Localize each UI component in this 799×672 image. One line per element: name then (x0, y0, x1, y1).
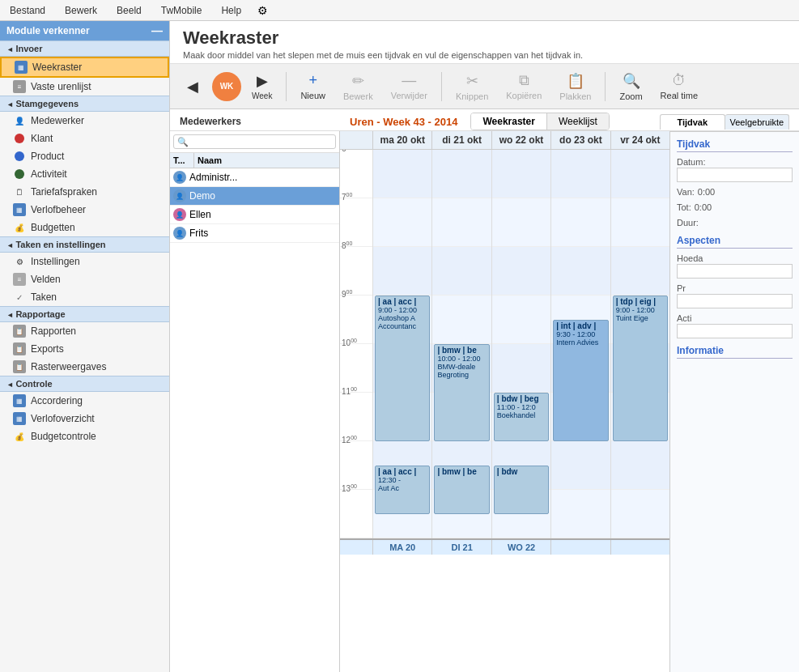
sidebar-item-exports[interactable]: 📋 Exports (0, 340, 169, 358)
event-day3-0[interactable]: | int | adv | 9:30 - 12:00 Intern Advies (553, 320, 608, 441)
verlofoverzicht-icon: ▦ (13, 412, 26, 425)
hoeda-value[interactable] (677, 264, 793, 279)
sidebar-item-product[interactable]: Product (0, 147, 169, 165)
tijdvak-header: Tijdvak (677, 138, 793, 152)
sidebar-group-header-rapportage[interactable]: Rapportage (0, 306, 169, 322)
sidebar-item-medewerker[interactable]: 👤 Medewerker (0, 112, 169, 130)
pr-field: Pr (677, 283, 793, 308)
staff-row-0[interactable]: 👤 Administr... (170, 168, 339, 187)
day-col-0[interactable]: | aa | acc | 9:00 - 12:00 Autoshop A Acc… (372, 150, 431, 538)
staff-column-headers: T... Naam (170, 153, 339, 168)
cut-button[interactable]: ✂ Knippen (448, 68, 495, 105)
copy-label: Kopiëren (506, 91, 542, 100)
acti-value[interactable] (677, 324, 793, 338)
staff-avatar-2: 👤 (173, 208, 186, 221)
day-header-1: di 21 okt (431, 131, 491, 149)
delete-button[interactable]: — Verwijder (384, 68, 435, 104)
sidebar-label-budgetten: Budgetten (31, 222, 75, 233)
sidebar-item-instellingen[interactable]: ⚙ Instellingen (0, 253, 169, 270)
menubar-item-bestand[interactable]: Bestand (6, 3, 49, 18)
event-day0-0[interactable]: | aa | acc | 9:00 - 12:00 Autoshop A Acc… (375, 296, 430, 441)
event-day2-1[interactable]: | bdw (494, 466, 549, 514)
tariefafspraken-icon: 🗒 (13, 185, 26, 198)
staff-panel-header-label: Medewerkers (180, 116, 350, 127)
staff-row-2[interactable]: 👤 Ellen (170, 206, 339, 224)
taken-icon: ✓ (13, 291, 26, 304)
cal-grid-scroll[interactable]: 600 700 800 900 1000 1100 1200 1300 (340, 150, 669, 672)
realtime-button[interactable]: ⏱ Real time (653, 68, 705, 104)
sidebar-group-header-stamgegevens[interactable]: Stamgegevens (0, 96, 169, 112)
accordering-icon: ▦ (13, 394, 26, 407)
sidebar-item-velden[interactable]: ≡ Velden (0, 270, 169, 288)
tab-weeklijst[interactable]: Weeklijst (547, 113, 609, 130)
delete-label: Verwijder (391, 91, 427, 100)
sidebar-item-verlofbeheer[interactable]: ▦ Verlofbeheer (0, 201, 169, 219)
menubar-item-help[interactable]: Help (218, 3, 244, 18)
tab-veelgebruikte[interactable]: Veelgebruikte (725, 114, 790, 130)
sidebar-label-budgetcontrole: Budgetcontrole (31, 431, 96, 442)
page-header: Weekraster Maak door middel van het slep… (170, 21, 799, 64)
settings-icon[interactable]: ⚙ (257, 4, 268, 17)
menubar-item-bewerk[interactable]: Bewerk (62, 3, 100, 18)
paste-label: Plakken (559, 91, 591, 101)
back-button[interactable]: ◀ (176, 74, 209, 100)
pr-value[interactable] (677, 294, 793, 308)
cut-icon: ✂ (466, 72, 478, 90)
staff-row-3[interactable]: 👤 Frits (170, 224, 339, 243)
staff-list: 👤 Administr... 👤 Demo 👤 Ellen 👤 (170, 168, 339, 672)
staff-row-1[interactable]: 👤 Demo (170, 187, 339, 206)
staff-name-2: Ellen (189, 209, 211, 220)
sidebar-item-verlofoverzicht[interactable]: ▦ Verlofoverzicht (0, 410, 169, 427)
paste-button[interactable]: 📋 Plakken (552, 68, 598, 105)
sidebar-item-taken[interactable]: ✓ Taken (0, 288, 169, 306)
sidebar-group-header-controle[interactable]: Controle (0, 376, 169, 392)
sidebar-item-activiteit[interactable]: Activiteit (0, 165, 169, 183)
sidebar-item-accordering[interactable]: ▦ Accordering (0, 392, 169, 410)
tab-tijdvak[interactable]: Tijdvak (660, 114, 725, 130)
hoeda-field: Hoeda (677, 253, 793, 279)
sidebar-item-vaste-urenlijst[interactable]: ≡ Vaste urenlijst (0, 78, 169, 96)
right-panel-tabs-area: Tijdvak Veelgebruikte (660, 114, 789, 130)
edit-button[interactable]: ✏ Bewerk (336, 68, 380, 105)
day-col-4[interactable]: | tdp | eig | 9:00 - 12:00 Tuint Eige (610, 150, 669, 538)
zoom-button[interactable]: 🔍 Zoom (612, 68, 649, 105)
day-col-3[interactable]: | int | adv | 9:30 - 12:00 Intern Advies (550, 150, 610, 538)
staff-avatar-1: 👤 (173, 189, 186, 202)
menubar-item-beeld[interactable]: Beeld (113, 3, 145, 18)
calendar-icon: ▦ (15, 61, 28, 74)
hour-4-8 (611, 247, 669, 296)
event-day1-0[interactable]: | bmw | be 10:00 - 12:00 BMW-deale Begro… (434, 344, 489, 441)
menubar-item-twmobile[interactable]: TwMobile (158, 3, 206, 18)
event-day1-1[interactable]: | bmw | be (434, 466, 489, 514)
sidebar-item-budgetcontrole[interactable]: 💰 Budgetcontrole (0, 427, 169, 445)
sidebar-item-tariefafspraken[interactable]: 🗒 Tariefafspraken (0, 183, 169, 201)
right-panel: Tijdvak Datum: Van: 0:00 Tot: (669, 131, 799, 672)
cut-label: Knippen (456, 91, 488, 101)
edit-icon: ✏ (352, 72, 364, 90)
event-day2-0[interactable]: | bdw | beg 11:00 - 12:0 Boekhandel (494, 393, 549, 441)
copy-button[interactable]: ⧉ Kopiëren (499, 68, 549, 104)
event-day4-0[interactable]: | tdp | eig | 9:00 - 12:00 Tuint Eige (613, 296, 668, 441)
sidebar-item-budgetten[interactable]: 💰 Budgetten (0, 219, 169, 236)
sidebar-group-header-invoer[interactable]: Invoer (0, 40, 169, 57)
day-col-1[interactable]: | bmw | be 10:00 - 12:00 BMW-deale Begro… (431, 150, 491, 538)
sidebar-label-tariefafspraken: Tariefafspraken (31, 186, 97, 198)
staff-search-input[interactable] (173, 134, 336, 149)
forward-button[interactable]: ▶ Week (244, 68, 279, 104)
time-row-13: 1300 (340, 490, 372, 538)
staff-panel: T... Naam 👤 Administr... 👤 Demo (170, 131, 340, 672)
tab-weekraster[interactable]: Weekraster (471, 113, 547, 130)
sidebar-item-klant[interactable]: Klant (0, 130, 169, 147)
week-button[interactable]: WK (212, 72, 241, 101)
sidebar-group-header-taken[interactable]: Taken en instellingen (0, 236, 169, 253)
day-col-2[interactable]: | bdw | beg 11:00 - 12:0 Boekhandel | bd… (491, 150, 550, 538)
sidebar-minimize-btn[interactable]: — (151, 24, 163, 37)
datum-value[interactable] (677, 168, 793, 182)
event-time: 9:00 - 12:00 (378, 306, 427, 314)
sidebar-item-rasterweergaves[interactable]: 📋 Rasterweergaves (0, 358, 169, 376)
event-day0-1[interactable]: | aa | acc | 12:30 - Aut Ac (375, 466, 430, 514)
new-button[interactable]: + Nieuw (293, 68, 333, 104)
rasterweergaves-icon: 📋 (13, 360, 26, 373)
sidebar-item-rapporten[interactable]: 📋 Rapporten (0, 322, 169, 340)
sidebar-item-weekraster[interactable]: ▦ Weekraster (0, 57, 169, 78)
